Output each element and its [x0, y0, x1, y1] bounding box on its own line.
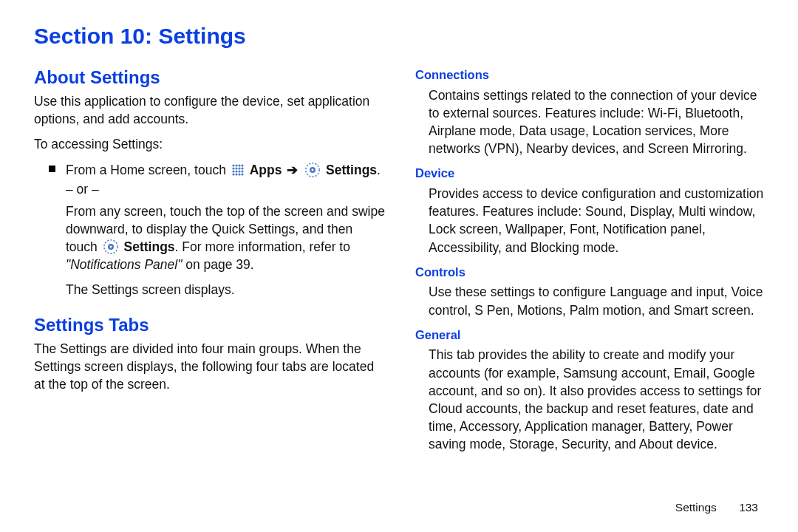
quick-after: . For more information, refer to — [175, 239, 350, 254]
footer-page: 133 — [739, 501, 758, 514]
apps-label: Apps — [250, 163, 282, 177]
svg-point-3 — [241, 164, 243, 166]
svg-point-1 — [235, 164, 237, 166]
svg-point-14 — [238, 173, 240, 175]
tabs-heading: Settings Tabs — [34, 313, 386, 337]
xref-page: on page 39. — [182, 257, 253, 272]
svg-point-9 — [235, 170, 237, 172]
svg-point-5 — [235, 167, 237, 169]
result-line: The Settings screen displays. — [66, 281, 386, 299]
left-column: About Settings Use this application to c… — [34, 65, 386, 497]
or-label: – or – — [66, 180, 386, 198]
settings-gear-icon — [103, 239, 119, 255]
doc-page: Section 10: Settings About Settings Use … — [0, 0, 798, 532]
svg-point-4 — [232, 167, 234, 169]
svg-point-18 — [312, 168, 314, 171]
about-heading: About Settings — [34, 65, 386, 89]
svg-point-13 — [235, 173, 237, 175]
svg-point-2 — [238, 164, 240, 166]
tabs-intro: The Settings are divided into four main … — [34, 340, 386, 393]
connections-body: Contains settings related to the connect… — [429, 86, 767, 158]
page-footer: Settings 133 — [34, 501, 767, 514]
controls-heading: Controls — [415, 264, 767, 281]
quick-settings-para: From any screen, touch the top of the sc… — [66, 202, 386, 274]
step-prefix: From a Home screen, touch — [66, 163, 226, 177]
svg-point-10 — [238, 170, 240, 172]
about-access-label: To accessing Settings: — [34, 135, 386, 153]
section-title: Section 10: Settings — [34, 24, 767, 49]
svg-point-12 — [232, 173, 234, 175]
device-body: Provides access to device configuration … — [429, 185, 767, 256]
svg-point-11 — [241, 170, 243, 172]
svg-point-7 — [241, 167, 243, 169]
arrow-icon: ➔ — [287, 163, 298, 177]
svg-point-15 — [241, 173, 243, 175]
general-body: This tab provides the ability to create … — [429, 346, 767, 453]
svg-point-6 — [238, 167, 240, 169]
connections-heading: Connections — [415, 66, 767, 83]
svg-point-0 — [232, 164, 234, 166]
bullet-text: From a Home screen, touch — [66, 161, 386, 307]
apps-grid-icon — [231, 163, 245, 177]
general-heading: General — [415, 327, 767, 344]
svg-point-8 — [232, 170, 234, 172]
settings-gear-icon — [304, 162, 321, 178]
xref-italic: "Notifications Panel" — [66, 257, 182, 272]
footer-name: Settings — [675, 501, 717, 514]
settings-label-1: Settings — [326, 163, 377, 177]
about-intro: Use this application to configure the de… — [34, 92, 386, 128]
settings-label-2: Settings — [124, 239, 175, 254]
columns: About Settings Use this application to c… — [34, 65, 767, 497]
right-column: Connections Contains settings related to… — [415, 65, 767, 497]
step-line: From a Home screen, touch — [66, 161, 386, 179]
bullet-item: From a Home screen, touch — [47, 161, 386, 307]
svg-point-21 — [109, 246, 112, 248]
square-bullet-icon — [49, 166, 55, 172]
device-heading: Device — [415, 165, 767, 182]
controls-body: Use these settings to configure Language… — [429, 283, 767, 318]
